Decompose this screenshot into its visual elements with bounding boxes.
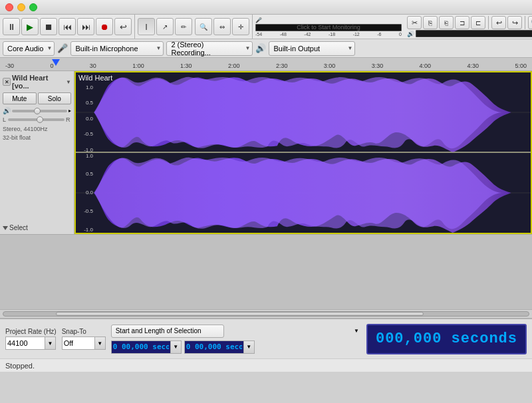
- skip-back-button[interactable]: ⏮: [59, 18, 76, 35]
- project-rate-input[interactable]: [5, 336, 45, 350]
- pause-button[interactable]: ⏸: [3, 18, 20, 35]
- mute-button[interactable]: Mute: [3, 92, 37, 104]
- y-label-0.5b: 0.5: [76, 171, 93, 177]
- divider2: [525, 16, 525, 29]
- time-ruler[interactable]: -30 0 30 1:00 1:30 2:00 2:30 3:00 3:30 4…: [0, 58, 532, 71]
- main-toolbar: ⏸ ▶ ⏹ ⏮ ⏭ ⏺ ↩ I ↗ ✏ 🔍 ⇔ ✛ 🎤 Click to Sta…: [0, 15, 532, 39]
- monitoring-label[interactable]: Click to Start Monitoring: [297, 24, 360, 31]
- ruler-mark: 1:30: [180, 63, 192, 69]
- snap-dropdown[interactable]: ▼: [95, 336, 106, 350]
- snap-section: Snap-To ▼: [62, 328, 106, 350]
- horizontal-scrollbar[interactable]: [0, 309, 532, 319]
- output-device-display[interactable]: Built-in Output ▼: [269, 41, 355, 56]
- loop-button[interactable]: ↩: [114, 18, 132, 35]
- select-label[interactable]: Select: [9, 224, 28, 231]
- record-button[interactable]: ⏺: [96, 18, 113, 35]
- input-device-select[interactable]: Built-in Microphone ▼: [70, 41, 164, 56]
- close-button[interactable]: [5, 3, 13, 11]
- output-vu-meter[interactable]: [416, 30, 532, 37]
- ruler-mark: 1:00: [132, 63, 144, 69]
- redo-button[interactable]: ↪: [507, 16, 522, 29]
- gain-arrow: ▸: [68, 108, 71, 114]
- zoom-in-button[interactable]: 🔍: [528, 16, 532, 29]
- cursor-tool-button[interactable]: I: [138, 18, 155, 35]
- edit-toolbar: ✂ ⎘ ⎗ ⊐ ⊏ ↩ ↪ 🔍 🔍 ⊡ ⊞ 1 ▶: [407, 16, 532, 29]
- host-select-display[interactable]: Core Audio ▼: [3, 41, 55, 56]
- paste-button[interactable]: ⎗: [439, 16, 454, 29]
- project-rate-dropdown[interactable]: ▼: [45, 336, 56, 350]
- status-text: Stopped.: [5, 362, 35, 370]
- audio-settings-row: Core Audio ▼ 🎤 Built-in Microphone ▼ 2 (…: [0, 39, 532, 58]
- y-axis-bottom: 1.0 0.5 0.0 -0.5 -1.0: [76, 153, 94, 233]
- solo-button[interactable]: Solo: [38, 92, 72, 104]
- host-value: Core Audio: [7, 45, 43, 53]
- timeshift-tool-button[interactable]: ⇔: [213, 18, 231, 35]
- waveform-display[interactable]: Wild Heart 1.0 0.5 0.0 -0.5 -1.0 1.0 0.5…: [74, 71, 532, 234]
- trim-button[interactable]: ⊐: [455, 16, 469, 29]
- selection-length-input[interactable]: [184, 340, 244, 354]
- ruler-mark: 5:00: [515, 63, 527, 69]
- input-arrow: ▼: [156, 45, 162, 51]
- draw-tool-button[interactable]: ✏: [175, 18, 192, 35]
- track-dropdown-arrow[interactable]: ▼: [66, 79, 71, 85]
- zoom-tool-button[interactable]: 🔍: [195, 18, 212, 35]
- ruler-mark: 4:00: [420, 63, 432, 69]
- track-area: ✕ Wild Heart [vo... ▼ Mute Solo 🔊 ▸ L R …: [0, 71, 532, 234]
- input-device-value: Built-in Microphone: [75, 45, 138, 53]
- selection-start-input[interactable]: [111, 340, 171, 354]
- select-label-row: Select: [3, 224, 71, 231]
- bottom-channel-waveform: [94, 158, 531, 233]
- scroll-track[interactable]: [3, 311, 529, 317]
- channels-display[interactable]: 2 (Stereo) Recording... ▼: [166, 41, 253, 56]
- scroll-thumb[interactable]: [56, 312, 424, 316]
- host-select[interactable]: Core Audio ▼: [3, 41, 55, 56]
- gain-slider[interactable]: [12, 110, 67, 112]
- playhead: [52, 59, 60, 66]
- window-controls: [5, 3, 37, 11]
- ruler-mark: -30: [5, 63, 14, 69]
- undo-button[interactable]: ↩: [491, 16, 506, 29]
- ruler-mark: 2:00: [228, 63, 240, 69]
- output-arrow: ▼: [348, 45, 353, 51]
- sel-length-dropdown[interactable]: ▼: [244, 340, 255, 354]
- pan-thumb[interactable]: [37, 116, 43, 123]
- track-format: Stereo, 44100Hz: [3, 125, 71, 134]
- cut-button[interactable]: ✂: [407, 16, 422, 29]
- microphone-icon: 🎤: [57, 43, 68, 53]
- selection-type-value: Start and Length of Selection: [116, 327, 201, 335]
- multi-tool-button[interactable]: ✛: [232, 18, 249, 35]
- silence-button[interactable]: ⊏: [471, 16, 485, 29]
- channels-select[interactable]: 2 (Stereo) Recording... ▼: [166, 41, 253, 56]
- channels-arrow: ▼: [245, 45, 251, 51]
- stop-button[interactable]: ⏹: [40, 18, 57, 35]
- input-vu-meter[interactable]: Click to Start Monitoring: [255, 24, 402, 31]
- selection-type-display[interactable]: Start and Length of Selection ▼: [111, 325, 224, 338]
- copy-button[interactable]: ⎘: [423, 16, 438, 29]
- pan-l-label: L: [3, 116, 8, 123]
- input-device-display[interactable]: Built-in Microphone ▼: [70, 41, 164, 56]
- select-collapse-arrow[interactable]: [3, 226, 8, 230]
- sel-start-group: ▼: [111, 340, 182, 354]
- waveform-svg: [76, 72, 531, 233]
- waveform-track-title: Wild Heart: [78, 74, 112, 82]
- selection-type-select[interactable]: Start and Length of Selection ▼: [111, 325, 361, 338]
- track-controls-panel: ✕ Wild Heart [vo... ▼ Mute Solo 🔊 ▸ L R …: [0, 71, 74, 234]
- play-button[interactable]: ▶: [21, 18, 39, 35]
- snap-input[interactable]: [62, 336, 95, 350]
- track-close-button[interactable]: ✕: [3, 78, 11, 86]
- project-rate-label: Project Rate (Hz): [5, 328, 57, 335]
- skip-forward-button[interactable]: ⏭: [77, 18, 94, 35]
- y-label-0.0: 0.0: [76, 116, 93, 122]
- y-label-neg1.0b: -1.0: [76, 227, 93, 233]
- sel-start-dropdown[interactable]: ▼: [171, 340, 182, 354]
- envelope-tool-button[interactable]: ↗: [156, 18, 174, 35]
- gain-thumb[interactable]: [34, 108, 41, 114]
- input-meter-section: 🎤 Click to Start Monitoring -54 -48 -42 …: [253, 15, 404, 39]
- snap-input-row: ▼: [62, 336, 106, 350]
- output-device-select[interactable]: Built-in Output ▼: [269, 41, 355, 56]
- minimize-button[interactable]: [17, 3, 25, 11]
- maximize-button[interactable]: [29, 3, 37, 11]
- pan-slider[interactable]: [8, 118, 65, 121]
- status-bar: Stopped.: [0, 358, 532, 372]
- output-device-value: Built-in Output: [273, 45, 320, 53]
